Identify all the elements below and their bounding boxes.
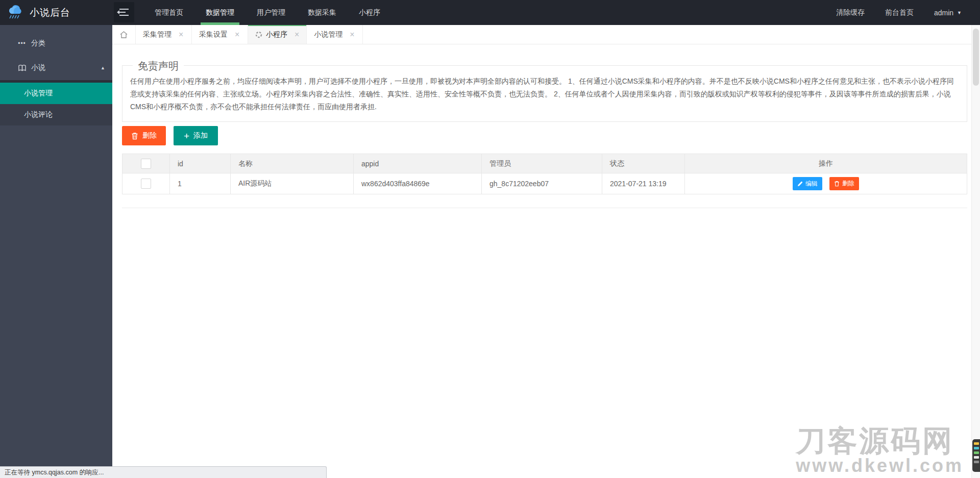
close-icon[interactable]: × [179, 31, 183, 39]
table-toolbar: 删除 + 添加 [122, 126, 967, 145]
table-row: 1 AIR源码站 wx862d403ffa84869e gh_8c71202ee… [122, 173, 967, 194]
main-content: 免责声明 任何用户在使用小程序服务之前，均应仔细阅读本声明，用户可选择不使用小程… [112, 44, 971, 478]
column-header-name: 名称 [231, 154, 354, 173]
rain-cloud-logo-icon [7, 5, 24, 20]
edit-row-button[interactable]: 编辑 [793, 177, 822, 190]
app-logo: 小说后台 [0, 0, 112, 25]
chevron-down-icon: ▼ [957, 10, 962, 15]
trash-icon [834, 181, 840, 187]
tab-label: 小说管理 [314, 30, 342, 39]
sidebar-submenu-novel: 小说管理 小说评论 [0, 83, 112, 125]
column-header-id: id [170, 154, 231, 173]
pencil-icon [797, 181, 803, 187]
top-navbar: 小说后台 管理首页 数据管理 用户管理 数据采集 小程序 清除缓存 前台首页 a… [0, 0, 980, 25]
book-icon [16, 64, 28, 72]
close-icon[interactable]: × [350, 31, 354, 39]
scrollbar-thumb[interactable] [973, 29, 979, 86]
nav-item-mini-program[interactable]: 小程序 [348, 0, 391, 25]
hamburger-icon [119, 9, 129, 10]
tab-strip: 采集管理 × 采集设置 × 小程序 × 小说管理 × [112, 25, 971, 44]
close-icon[interactable]: × [235, 31, 239, 39]
close-icon[interactable]: × [295, 31, 299, 39]
loading-spinner-icon [255, 31, 262, 38]
sidebar-item-label: 小说 [31, 63, 45, 72]
table-header-row: id 名称 appid 管理员 状态 操作 [122, 154, 967, 173]
cell-status: 2021-07-21 13:19 [602, 173, 685, 194]
status-text: 正在等待 ymcs.qqjas.com 的响应... [5, 469, 104, 476]
user-dropdown[interactable]: admin ▼ [924, 0, 972, 25]
tab-home[interactable] [112, 25, 136, 44]
browser-status-tooltip: 正在等待 ymcs.qqjas.com 的响应... [0, 466, 327, 478]
navbar-right-menu: 清除缓存 前台首页 admin ▼ [826, 0, 980, 25]
delete-button[interactable]: 删除 [122, 126, 166, 145]
tab-label: 采集管理 [143, 30, 172, 39]
content-card: 免责声明 任何用户在使用小程序服务之前，均应仔细阅读本声明，用户可选择不使用小程… [122, 65, 967, 208]
tab-mini-program[interactable]: 小程序 × [248, 25, 307, 44]
main-menu: 管理首页 数据管理 用户管理 数据采集 小程序 [143, 0, 391, 25]
cell-admin: gh_8c71202eeb07 [482, 173, 602, 194]
sidebar-item-label: 分类 [31, 39, 45, 48]
add-button[interactable]: + 添加 [174, 126, 218, 145]
sidebar-item-category[interactable]: ••• 分类 [0, 31, 112, 56]
cell-appid: wx862d403ffa84869e [354, 173, 482, 194]
username: admin [934, 9, 953, 17]
sidebar-item-novel-comments[interactable]: 小说评论 [0, 104, 112, 125]
disclaimer-title: 免责声明 [133, 59, 184, 73]
tab-novel-management[interactable]: 小说管理 × [307, 25, 363, 44]
column-header-status: 状态 [602, 154, 685, 173]
disclaimer-text: 任何用户在使用小程序服务之前，均应仔细阅读本声明，用户可选择不使用小程序，一旦使… [130, 75, 959, 113]
nav-item-data-management[interactable]: 数据管理 [194, 0, 246, 25]
select-all-checkbox[interactable] [141, 159, 151, 169]
nav-item-admin-home[interactable]: 管理首页 [143, 0, 194, 25]
sidebar-collapse-button[interactable] [114, 2, 134, 22]
trash-icon [131, 132, 138, 140]
column-header-actions: 操作 [685, 154, 967, 173]
tab-label: 小程序 [266, 30, 287, 39]
column-header-admin: 管理员 [482, 154, 602, 173]
plus-icon: + [184, 131, 189, 141]
delete-row-button[interactable]: 删除 [829, 177, 859, 190]
tab-label: 采集设置 [199, 30, 228, 39]
sidebar-item-novel[interactable]: 小说 ▲ [0, 56, 112, 80]
vertical-scrollbar[interactable] [971, 25, 980, 478]
nav-item-user-management[interactable]: 用户管理 [246, 0, 297, 25]
chevron-up-icon: ▲ [101, 65, 105, 70]
tab-collection-settings[interactable]: 采集设置 × [192, 25, 248, 44]
sidebar-item-novel-management[interactable]: 小说管理 [0, 83, 112, 104]
cell-name: AIR源码站 [231, 173, 354, 194]
browser-extension-widget[interactable] [972, 439, 980, 472]
clear-cache-button[interactable]: 清除缓存 [826, 0, 875, 25]
nav-item-data-collection[interactable]: 数据采集 [297, 0, 348, 25]
sidebar: ••• 分类 小说 ▲ 小说管理 小说评论 [0, 25, 112, 478]
disclaimer-fieldset: 免责声明 任何用户在使用小程序服务之前，均应仔细阅读本声明，用户可选择不使用小程… [122, 65, 967, 122]
frontend-home-link[interactable]: 前台首页 [875, 0, 924, 25]
home-icon [119, 31, 128, 39]
tab-collection-management[interactable]: 采集管理 × [136, 25, 192, 44]
row-checkbox[interactable] [141, 179, 151, 189]
column-header-appid: appid [354, 154, 482, 173]
mini-program-table: id 名称 appid 管理员 状态 操作 1 AIR源码站 wx862d403… [122, 154, 967, 194]
cell-id: 1 [170, 173, 231, 194]
app-title: 小说后台 [30, 6, 70, 19]
more-dots-icon: ••• [16, 40, 28, 47]
